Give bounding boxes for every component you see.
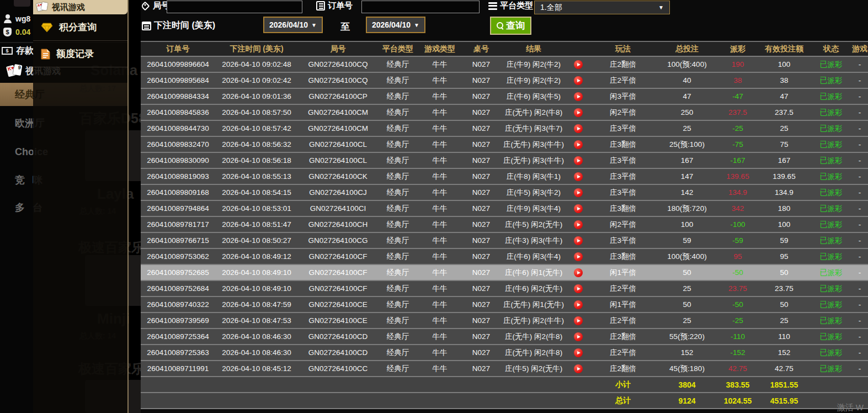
table-row[interactable]: 2604100998843342026-04-10 09:01:36GN0272… [141,89,868,105]
column-header-bet-time: 下注时间 (美东) [215,44,298,54]
cell-round-no: GN027264100CQ [298,60,378,68]
cell-order-no: 260410089844730 [141,124,215,133]
cell-bet-time: 2026-04-10 08:46:30 [215,348,298,357]
cell-bet-time: 2026-04-10 08:57:50 [215,108,298,117]
cell-result: 庄(牛5) 闲2(无牛) [500,364,567,374]
cell-total-bet: 25(预:100) [656,140,718,150]
table-row[interactable]: 2604100897253632026-04-10 08:46:30GN0272… [141,345,868,361]
round-no-input[interactable] [167,1,302,13]
bet-time-filter-label: 下注时间 (美东) [142,20,215,31]
cell-bet-time: 2026-04-10 08:56:32 [215,140,298,149]
cell-game-type: 牛牛 [418,188,462,198]
cell-play [567,204,590,213]
table-row[interactable]: 2604100898091682026-04-10 08:54:15GN0272… [141,185,868,201]
cell-play-type: 庄3翻倍 [590,140,656,150]
play-video-button[interactable] [574,332,583,341]
cell-game-type: 牛牛 [418,140,462,150]
cell-game: - [851,76,868,84]
cell-order-no: 260410089711991 [141,364,215,373]
flyout-header-label: 视讯游戏 [52,2,85,13]
play-video-button[interactable] [574,60,583,69]
play-video-button[interactable] [574,348,583,357]
cell-status: 已派彩 [811,364,851,374]
play-video-button[interactable] [574,188,583,197]
table-row[interactable]: 2604100897253642026-04-10 08:46:30GN0272… [141,329,868,345]
play-video-button[interactable] [574,252,583,261]
table-row[interactable]: 2604100897119912026-04-10 08:45:12GN0272… [141,361,868,377]
cell-game-type: 牛牛 [418,204,462,214]
order-no-input[interactable] [361,1,480,13]
table-row[interactable]: 2604100897403222026-04-10 08:47:59GN0272… [141,297,868,313]
play-video-button[interactable] [574,124,583,133]
table-row[interactable]: 2604100897817172026-04-10 08:51:47GN0272… [141,217,868,233]
column-header-status: 状态 [811,44,851,54]
cell-valid-bet: 59 [758,236,811,245]
date-to-select[interactable]: 2026/04/10 ▼ [366,17,425,33]
table-row[interactable]: 2604100998966042026-04-10 09:02:48GN0272… [141,57,868,73]
cell-play-type: 庄3平倍 [590,124,656,134]
cell-platform-type: 经典厅 [378,188,418,198]
subtotal-row: 小计3804383.551851.55 [141,377,868,393]
table-row[interactable]: 2604100897526842026-04-10 08:49:10GN0272… [141,281,868,297]
table-row[interactable]: 2604100898190932026-04-10 08:55:13GN0272… [141,169,868,185]
table-row[interactable]: 2604100897395692026-04-10 08:47:53GN0272… [141,313,868,329]
user-icon [3,14,12,24]
table-row[interactable]: 2604100897667152026-04-10 08:50:27GN0272… [141,233,868,249]
play-video-button[interactable] [574,300,583,309]
flyout-item-points-query[interactable]: 积分查询 [33,14,127,41]
subtotal-total-bet: 3804 [656,380,718,389]
table-row[interactable]: 2604100897530622026-04-10 08:49:12GN0272… [141,249,868,265]
cell-round-no: GN027264100CE [298,300,378,309]
diamond-icon [41,23,53,33]
cell-play-type: 庄2翻倍 [590,364,656,374]
flyout-header-video-games[interactable]: A♥ 视讯游戏 [33,0,127,14]
cell-play-type: 庄2平倍 [590,348,656,358]
table-row[interactable]: 2604100998956842026-04-10 09:02:42GN0272… [141,73,868,89]
cell-table-no: N027 [462,92,500,100]
play-video-button[interactable] [574,140,583,149]
play-video-button[interactable] [574,76,583,85]
cell-play-type: 庄3平倍 [590,188,656,198]
cell-order-no: 260410089832470 [141,140,215,149]
cell-round-no: GN027264100CK [298,172,378,181]
cell-play [567,284,590,293]
document-icon [41,49,50,60]
search-button[interactable]: 查询 [490,17,531,35]
flyout-item-quota-records[interactable]: 额度记录 [33,41,127,67]
cell-platform-type: 经典厅 [378,140,418,150]
cell-table-no: N027 [462,124,500,133]
play-video-button[interactable] [574,268,583,277]
play-video-button[interactable] [574,172,583,181]
cell-result: 庄(牛6) 闲2(无牛) [500,284,567,294]
platform-type-select[interactable]: 1.全部 ▼ [534,1,670,14]
play-video-button[interactable] [574,156,583,165]
play-video-button[interactable] [574,236,583,245]
play-video-button[interactable] [574,364,583,373]
date-from-select[interactable]: 2026/04/10 ▼ [263,17,323,33]
cell-order-no: 260410089740322 [141,300,215,309]
cell-valid-bet: 237.5 [758,108,811,117]
table-row[interactable]: 2604100898324702026-04-10 08:56:32GN0272… [141,137,868,153]
cell-table-no: N027 [462,204,500,213]
cell-total-bet: 152 [656,348,718,357]
play-video-button[interactable] [574,204,583,213]
play-video-button[interactable] [574,92,583,101]
table-row[interactable]: 2604100898458362026-04-10 08:57:50GN0272… [141,105,868,121]
table-row[interactable]: 2604100897526852026-04-10 08:49:10GN0272… [141,265,868,281]
play-video-button[interactable] [574,108,583,117]
cell-play-type: 庄2翻倍 [590,60,656,70]
cell-valid-bet: 180 [758,204,811,213]
play-video-button[interactable] [574,220,583,229]
column-header-round-no: 局号 [298,44,378,54]
cell-result: 庄(牛5) 闲2(无牛) [500,220,567,230]
play-video-button[interactable] [574,316,583,325]
cell-round-no: GN027264100CD [298,348,378,357]
play-video-button[interactable] [574,284,583,293]
table-row[interactable]: 2604100898447302026-04-10 08:57:42GN0272… [141,121,868,137]
cell-platform-type: 经典厅 [378,204,418,214]
table-row[interactable]: 2604100897948642026-04-10 08:53:01GN0272… [141,201,868,217]
cell-play-type: 庄2平倍 [590,284,656,294]
cell-game: - [851,204,868,213]
table-row[interactable]: 2604100898300902026-04-10 08:56:18GN0272… [141,153,868,169]
cell-game: - [851,124,868,133]
